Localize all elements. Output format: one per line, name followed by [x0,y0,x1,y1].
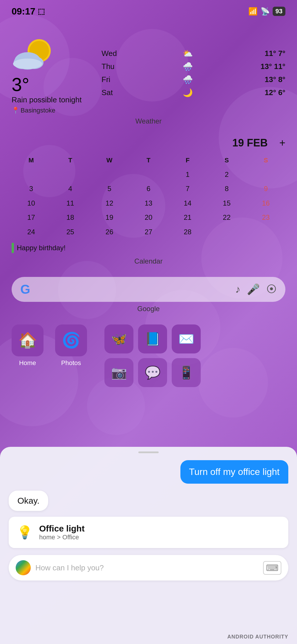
cal-cell-10[interactable]: 10 [12,197,51,210]
cal-header-S: S [207,154,246,167]
photos-app-icon[interactable]: 🌀 [55,324,87,356]
home-app-icon[interactable]: 🏠 [12,324,44,356]
cal-cell-7[interactable]: 7 [168,182,207,195]
gmail-icon[interactable]: ✉️ [172,324,201,353]
location-pin-icon: 📍 [12,107,19,114]
status-bar: 09:17 ⬚ 📶 📡 93 [0,0,297,17]
user-message-text: Turn off my office light [180,460,288,484]
cal-cell-17[interactable]: 17 [12,211,51,224]
cal-cell-24[interactable]: 24 [12,225,51,239]
cal-cell-empty-3[interactable] [90,168,129,181]
google-search-wrap: G ♪ 🎤 ⦿ Google [12,277,285,313]
bulb-icon: 💡 [17,525,33,540]
cal-cell-28[interactable]: 28 [168,225,207,239]
forecast-temps-1: 13° 11° [253,62,285,71]
cal-cell-empty-1[interactable] [12,168,51,181]
forecast-icon-2: 🌧️ [183,75,193,84]
cal-cell-23[interactable]: 23 [246,211,285,224]
calendar-widget: 19 FEB + M T W T F S S 1 2 3 4 5 6 7 8 9… [12,137,285,253]
instagram-icon[interactable]: 📷 [104,358,133,387]
lens-search-icon[interactable]: ⦿ [266,283,277,295]
cal-header-F: F [168,154,207,167]
cal-cell-12[interactable]: 12 [90,197,129,210]
status-icons: 📶 📡 93 [248,7,285,16]
google-label: Google [12,305,285,313]
cal-header-T2: T [129,154,168,167]
cal-cell-6[interactable]: 6 [129,182,168,195]
smart-device-card[interactable]: 💡 Office light home > Office [9,517,288,548]
event-text: Happy birthday! [17,244,66,252]
assistant-avatar [16,560,31,575]
cal-header-T: T [51,154,90,167]
cal-cell-13[interactable]: 13 [129,197,168,210]
cal-cell-empty-6 [246,225,285,239]
cal-cell-5[interactable]: 5 [90,182,129,195]
forecast-day-1: Thu [102,62,122,71]
app-6-icon[interactable]: 📱 [172,358,201,387]
cal-cell-2[interactable]: 2 [207,168,246,181]
google-logo: G [20,282,30,297]
cal-cell-14[interactable]: 14 [168,197,207,210]
cal-cell-empty-5 [207,225,246,239]
cal-cell-3[interactable]: 3 [12,182,51,195]
weather-icons [12,35,93,72]
time-text: 09:17 [12,6,35,17]
cal-header-Su: S [246,154,285,167]
cal-cell-16[interactable]: 16 [246,197,285,210]
messages-icon[interactable]: 💬 [138,358,167,387]
cal-cell-8[interactable]: 8 [207,182,246,195]
cal-cell-4[interactable]: 4 [51,182,90,195]
google-search-bar[interactable]: G ♪ 🎤 ⦿ [12,277,285,302]
cal-cell-empty-sun1[interactable] [246,168,285,181]
calendar-add-button[interactable]: + [279,137,285,149]
cal-cell-9[interactable]: 9 [246,182,285,195]
wifi-icon: 📶 [248,7,258,16]
cal-cell-15[interactable]: 15 [207,197,246,210]
keyboard-icon[interactable]: ⌨ [263,561,281,575]
weather-main-icon [12,35,58,72]
app-photos[interactable]: 🌀 Photos [55,324,87,367]
photos-app-label: Photos [61,359,81,367]
user-message-bubble: Turn off my office light [9,460,288,484]
voice-search-icon[interactable]: 🎤 [247,283,260,295]
assistant-response-text: Okay. [9,491,48,511]
cal-cell-20[interactable]: 20 [129,211,168,224]
forecast-icon-0: ⛅ [183,49,193,58]
assistant-input-row[interactable]: How can I help you? ⌨ [9,555,288,580]
music-search-icon[interactable]: ♪ [235,283,240,295]
status-time: 09:17 ⬚ [12,6,45,17]
forecast-row-0: Wed ⛅ 11° 7° [102,49,285,58]
cal-cell-22[interactable]: 22 [207,211,246,224]
signal-icon: 📡 [260,7,270,16]
facebook-icon[interactable]: 📘 [138,324,167,353]
weather-location: 📍 Basingstoke [12,107,93,114]
cal-cell-today[interactable]: 19 [90,211,129,224]
cal-cell-27[interactable]: 27 [129,225,168,239]
cal-cell-empty-4[interactable] [129,168,168,181]
app-icons-right-grid: 🦋 📘 ✉️ 📷 💬 📱 [104,324,201,387]
cal-cell-empty-2[interactable] [51,168,90,181]
battery-badge: 93 [273,7,285,16]
assistant-bottom-sheet: Turn off my office light Okay. 💡 Office … [0,447,297,644]
assistant-input-placeholder[interactable]: How can I help you? [35,563,258,572]
calendar-event: Happy birthday! [12,243,285,253]
forecast-temps-3: 12° 6° [253,88,285,97]
cal-cell-11[interactable]: 11 [51,197,90,210]
cal-header-W: W [90,154,129,167]
cal-cell-21[interactable]: 21 [168,211,207,224]
app-icons-section: 🏠 Home 🌀 Photos 🦋 📘 ✉️ 📷 💬 📱 [12,324,285,387]
weather-widget: 3° Rain possible tonight 📍 Basingstoke W… [12,32,285,114]
app-home[interactable]: 🏠 Home [12,324,44,367]
cal-cell-1[interactable]: 1 [168,168,207,181]
calendar-grid: M T W T F S S 1 2 3 4 5 6 7 8 9 10 11 12… [12,154,285,239]
forecast-row-3: Sat 🌙 12° 6° [102,88,285,97]
cal-cell-18[interactable]: 18 [51,211,90,224]
device-info: Office light home > Office [39,524,85,541]
forecast-row-2: Fri 🌧️ 13° 8° [102,75,285,84]
device-name: Office light [39,524,85,534]
cal-cell-26[interactable]: 26 [90,225,129,239]
bluesky-icon[interactable]: 🦋 [104,324,133,353]
cal-cell-25[interactable]: 25 [51,225,90,239]
forecast-day-0: Wed [102,49,122,58]
forecast-icon-1: 🌧️ [183,62,193,71]
